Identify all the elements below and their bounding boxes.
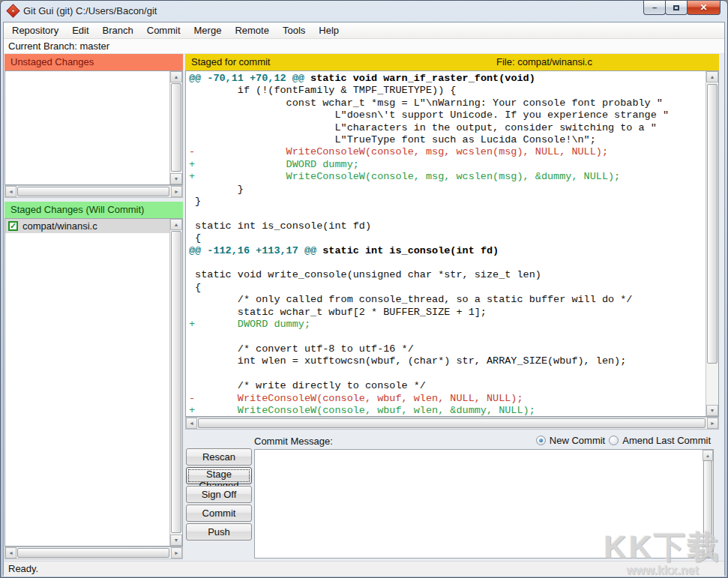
- staged-horizontal-scrollbar[interactable]: ◄ ►: [4, 547, 183, 559]
- diff-line-del: - WriteConsoleW(console, wbuf, wlen, NUL…: [189, 393, 703, 405]
- scrollbar-thumb[interactable]: [703, 460, 712, 547]
- status-bar: Ready.: [4, 561, 724, 577]
- diff-vertical-scrollbar[interactable]: ▲ ▼: [706, 71, 718, 416]
- amend-last-commit-radio[interactable]: [609, 436, 619, 445]
- close-button[interactable]: ✕: [687, 1, 721, 15]
- staged-file-name: compat/winansi.c: [22, 220, 97, 232]
- push-button[interactable]: Push: [186, 523, 252, 541]
- diff-content: @@ -70,11 +70,12 @@ static void warn_if_…: [189, 73, 703, 416]
- diff-line-ctx: static wchar_t wbuf[2 * BUFFER_SIZE + 1]…: [189, 307, 703, 319]
- diff-line-ctx: [189, 257, 703, 269]
- unstaged-vertical-scrollbar[interactable]: ▲ ▼: [169, 71, 182, 184]
- diff-line-ctx: L"TrueType font such as Lucida Console!\…: [189, 134, 703, 146]
- scrollbar-thumb[interactable]: [171, 231, 181, 533]
- window-title: Git Gui (git) C:/Users/Bacon/git: [23, 5, 157, 16]
- new-commit-radio-label[interactable]: New Commit: [550, 435, 605, 446]
- diff-file-label: File: compat/winansi.c: [496, 54, 592, 70]
- scrollbar-thumb[interactable]: [707, 84, 718, 364]
- status-text: Ready.: [8, 563, 38, 574]
- scrollbar-thumb[interactable]: [198, 418, 706, 428]
- staged-changes-header: Staged Changes (Will Commit): [4, 202, 183, 218]
- unstaged-changes-list[interactable]: ▲ ▼: [4, 70, 183, 185]
- diff-line-ctx: L"characters in the output, consider swi…: [189, 122, 703, 134]
- scroll-up-icon[interactable]: ▲: [170, 219, 182, 230]
- scroll-up-icon[interactable]: ▲: [706, 71, 718, 82]
- diff-header-title: Staged for commit: [191, 56, 271, 67]
- commit-message-input[interactable]: [254, 449, 714, 559]
- diff-line-del: - WriteConsoleW(console, msg, wcslen(msg…: [189, 146, 703, 158]
- scroll-right-icon[interactable]: ►: [171, 547, 182, 559]
- diff-line-add: + WriteConsoleW(console, msg, wcslen(msg…: [189, 171, 703, 183]
- staged-changes-list[interactable]: ✓ compat/winansi.c ▲ ▼: [4, 218, 183, 547]
- rescan-button[interactable]: Rescan: [186, 448, 252, 466]
- commit-message-label: Commit Message:: [254, 436, 333, 447]
- scroll-down-icon[interactable]: ▼: [703, 547, 713, 558]
- diff-line-ctx: {: [189, 282, 703, 294]
- diff-line-ctx: /* only called from console_thread, so a…: [189, 294, 703, 306]
- diff-file-name: compat/winansi.c: [517, 56, 592, 67]
- menu-merge[interactable]: Merge: [187, 22, 229, 38]
- staged-file-row[interactable]: ✓ compat/winansi.c: [5, 219, 169, 233]
- menu-help[interactable]: Help: [312, 22, 346, 38]
- menu-remote[interactable]: Remote: [228, 22, 276, 38]
- menu-repository[interactable]: Repository: [5, 22, 65, 38]
- diff-line-add: + DWORD dummy;: [189, 319, 703, 331]
- git-gui-app-icon: [6, 4, 19, 17]
- client-area: Repository Edit Branch Commit Merge Remo…: [3, 22, 725, 575]
- sign-off-button[interactable]: Sign Off: [186, 486, 252, 503]
- scroll-down-icon[interactable]: ▼: [170, 535, 182, 546]
- diff-line-hunk: @@ -112,16 +113,17 @@ static int is_cons…: [189, 245, 703, 257]
- diff-line-hunk: @@ -70,11 +70,12 @@ static void warn_if_…: [189, 73, 703, 85]
- diff-viewer[interactable]: @@ -70,11 +70,12 @@ static void warn_if_…: [185, 70, 719, 417]
- unstaged-horizontal-scrollbar[interactable]: ◄ ►: [4, 185, 183, 198]
- diff-horizontal-scrollbar[interactable]: ◄ ►: [185, 417, 719, 430]
- diff-line-ctx: [189, 368, 703, 380]
- scrollbar-thumb[interactable]: [17, 187, 169, 196]
- diff-line-ctx: int wlen = xutftowcsn(wbuf, (char*) str,…: [189, 355, 703, 367]
- current-branch-value: master: [79, 40, 109, 52]
- minimize-icon: –: [652, 3, 657, 12]
- diff-line-add: + DWORD dummy;: [189, 159, 703, 171]
- menu-commit[interactable]: Commit: [140, 22, 187, 38]
- menu-edit[interactable]: Edit: [65, 22, 95, 38]
- scroll-left-icon[interactable]: ◄: [5, 547, 16, 559]
- current-branch-label: Current Branch:: [8, 40, 77, 52]
- scroll-left-icon[interactable]: ◄: [186, 418, 197, 429]
- git-gui-window: Git Gui (git) C:/Users/Bacon/git – ✕ Rep…: [0, 0, 728, 578]
- current-branch-bar: Current Branch: master: [4, 39, 724, 54]
- maximize-icon: [673, 5, 679, 10]
- menu-branch[interactable]: Branch: [96, 22, 140, 38]
- diff-line-ctx: /* write directly to console */: [189, 380, 703, 392]
- amend-last-commit-radio-label[interactable]: Amend Last Commit: [622, 435, 711, 446]
- scrollbar-thumb[interactable]: [171, 83, 181, 172]
- stage-changed-button[interactable]: Stage Changed: [186, 467, 252, 484]
- minimize-button[interactable]: –: [643, 1, 666, 15]
- scroll-up-icon[interactable]: ▲: [703, 450, 713, 461]
- scroll-down-icon[interactable]: ▼: [706, 405, 718, 416]
- action-button-column: Rescan Stage Changed Sign Off Commit Pus…: [186, 448, 252, 541]
- scroll-down-icon[interactable]: ▼: [170, 173, 182, 184]
- new-commit-radio[interactable]: [536, 436, 546, 445]
- diff-line-ctx: static int is_console(int fd): [189, 220, 703, 232]
- diff-line-ctx: }: [189, 196, 703, 208]
- diff-line-ctx: const wchar_t *msg = L"\nWarning: Your c…: [189, 97, 703, 109]
- diff-line-ctx: /* convert utf-8 to utf-16 */: [189, 343, 703, 355]
- scrollbar-thumb[interactable]: [17, 548, 169, 558]
- commit-message-scrollbar[interactable]: ▲ ▼: [703, 450, 713, 558]
- staged-vertical-scrollbar[interactable]: ▲ ▼: [169, 219, 182, 546]
- staged-checkbox-checked-icon[interactable]: ✓: [8, 221, 18, 231]
- scroll-right-icon[interactable]: ►: [707, 418, 718, 429]
- scroll-up-icon[interactable]: ▲: [170, 71, 182, 82]
- close-icon: ✕: [700, 2, 707, 13]
- menu-tools[interactable]: Tools: [276, 22, 312, 38]
- diff-line-ctx: L"doesn\'t support Unicode. If you exper…: [189, 109, 703, 121]
- diff-line-ctx: [189, 331, 703, 343]
- maximize-button[interactable]: [665, 1, 688, 15]
- titlebar[interactable]: Git Gui (git) C:/Users/Bacon/git – ✕: [1, 1, 727, 22]
- commit-button[interactable]: Commit: [186, 505, 252, 522]
- scroll-left-icon[interactable]: ◄: [5, 186, 16, 197]
- diff-line-add: + WriteConsoleW(console, wbuf, wlen, &du…: [189, 405, 703, 417]
- diff-line-ctx: [189, 208, 703, 220]
- scroll-right-icon[interactable]: ►: [171, 186, 182, 197]
- diff-line-ctx: if (!(fontFamily & TMPF_TRUETYPE)) {: [189, 85, 703, 97]
